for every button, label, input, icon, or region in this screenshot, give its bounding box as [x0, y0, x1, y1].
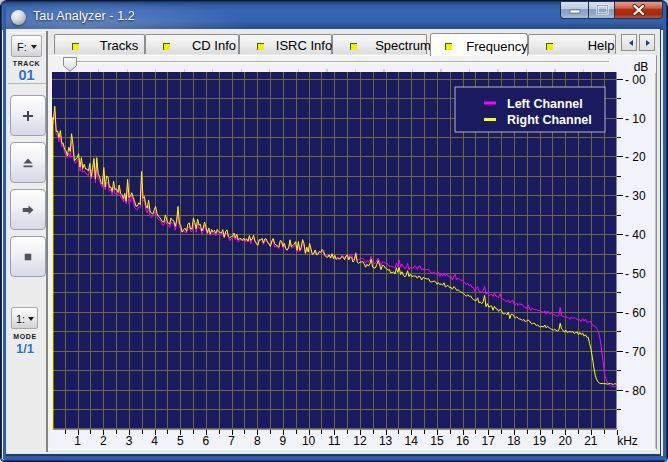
svg-text:- 80: - 80 — [625, 384, 646, 398]
svg-text:Left Channel: Left Channel — [507, 97, 583, 111]
svg-text:10: 10 — [302, 434, 316, 448]
svg-text:19: 19 — [533, 434, 547, 448]
svg-text:- 10: - 10 — [625, 112, 646, 126]
svg-text:- 30: - 30 — [625, 189, 646, 203]
svg-text:17: 17 — [482, 434, 496, 448]
svg-text:12: 12 — [353, 434, 367, 448]
svg-text:2: 2 — [100, 434, 107, 448]
svg-text:1: 1 — [74, 434, 81, 448]
svg-text:3: 3 — [126, 434, 133, 448]
svg-text:Right Channel: Right Channel — [507, 113, 592, 127]
svg-text:18: 18 — [507, 434, 521, 448]
svg-text:16: 16 — [456, 434, 470, 448]
svg-text:13: 13 — [379, 434, 393, 448]
svg-text:21: 21 — [584, 434, 598, 448]
svg-text:- 00: - 00 — [625, 73, 646, 87]
svg-text:11: 11 — [328, 434, 341, 448]
svg-text:9: 9 — [280, 434, 287, 448]
svg-text:- 60: - 60 — [625, 306, 646, 320]
svg-text:- 20: - 20 — [625, 150, 646, 164]
svg-text:8: 8 — [254, 434, 261, 448]
svg-text:15: 15 — [430, 434, 444, 448]
svg-text:20: 20 — [559, 434, 573, 448]
svg-text:7: 7 — [228, 434, 235, 448]
svg-text:6: 6 — [203, 434, 210, 448]
svg-text:kHz: kHz — [617, 434, 638, 448]
svg-text:4: 4 — [151, 434, 158, 448]
svg-text:14: 14 — [405, 434, 419, 448]
svg-text:5: 5 — [177, 434, 184, 448]
svg-text:- 40: - 40 — [625, 228, 646, 242]
svg-text:- 50: - 50 — [625, 267, 646, 281]
svg-text:- 70: - 70 — [625, 345, 646, 359]
